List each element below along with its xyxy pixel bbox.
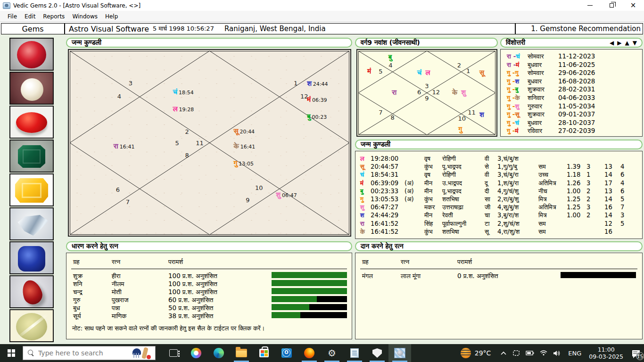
- value-4: 4: [620, 180, 624, 187]
- ruby-gem-icon: [17, 41, 46, 68]
- chart-planet: के: [452, 88, 457, 97]
- wear-gems-panel-title[interactable]: धारण करने हेतु रत्न: [66, 241, 352, 251]
- value-3: 14: [604, 171, 612, 178]
- value-3: 12: [604, 220, 612, 227]
- dasha-prev-icon[interactable]: ◀: [610, 39, 614, 47]
- navamsa-panel-title[interactable]: वर्ग9 नवांश (जीवनसाथी): [355, 38, 498, 48]
- cricket-doodle-icon[interactable]: [132, 347, 153, 360]
- dasha-row[interactable]: रा -चंसोमवार11-12-2023: [501, 52, 642, 61]
- positions-panel-title[interactable]: जन्म कुण्डली: [355, 140, 643, 149]
- donate-gems-panel-title[interactable]: दान करने हेतु रत्न: [355, 241, 643, 251]
- header-bar: Gems Astro Visual Software 5 मार्च 1998 …: [0, 23, 644, 34]
- firefox-button[interactable]: [298, 344, 321, 362]
- dasha-down-icon[interactable]: ▼: [633, 39, 637, 47]
- house-number: 8: [185, 151, 189, 158]
- cats-eye-gem-button[interactable]: [9, 309, 54, 342]
- dasha-separator: -: [511, 52, 516, 60]
- vedic-gems-taskbar-button[interactable]: [388, 344, 411, 362]
- dasha-row[interactable]: गु -बुशुक्रवार28-02-2031: [501, 85, 642, 94]
- outlook-icon: [281, 348, 292, 358]
- edge-button[interactable]: [207, 344, 230, 362]
- task-view-button[interactable]: [162, 344, 185, 362]
- planet-abbr: बु: [388, 53, 392, 61]
- house-number: 6: [417, 89, 421, 96]
- diamond-gem-button[interactable]: [9, 207, 54, 240]
- menu-edit[interactable]: Edit: [21, 12, 39, 21]
- menu-windows[interactable]: Windows: [68, 12, 101, 21]
- house-number: 1: [466, 67, 470, 74]
- minimize-button[interactable]: [579, 0, 601, 11]
- dasha-separator: -: [510, 127, 515, 134]
- vedic-gems-icon: [394, 348, 405, 358]
- dasha-major-planet: गु: [507, 85, 510, 93]
- name-syllable: वी: [485, 171, 489, 179]
- search-input[interactable]: [38, 349, 114, 357]
- yellow-sapphire-gem-button[interactable]: [9, 173, 54, 206]
- language-indicator[interactable]: ENG: [565, 350, 584, 357]
- donate-header-advice: परामर्श: [457, 258, 472, 266]
- value-4: 4: [620, 163, 624, 170]
- dasha-next-icon[interactable]: ▶: [617, 39, 621, 47]
- report-title: 1. Gemstone Recommendation: [515, 23, 643, 34]
- menu-file[interactable]: File: [4, 12, 21, 21]
- restore-button[interactable]: [601, 0, 622, 11]
- ruby-gem-button[interactable]: [9, 38, 54, 71]
- close-button[interactable]: ×: [622, 0, 644, 11]
- chevron-up-icon[interactable]: [500, 351, 507, 355]
- donate-header-rule: [360, 269, 637, 269]
- red-coral-gem-button[interactable]: [9, 106, 54, 139]
- value-4: 5: [620, 220, 624, 227]
- dasha-row[interactable]: गु -शबुधवार16-08-2028: [501, 77, 642, 86]
- birth-chart-grid: [68, 49, 351, 236]
- dasha-row[interactable]: गु -सूशुक्रवार09-01-2037: [501, 110, 642, 119]
- emerald-gem-button[interactable]: [9, 140, 54, 173]
- notepad-button[interactable]: [343, 344, 366, 362]
- blue-sapphire-gem-button[interactable]: [9, 241, 54, 274]
- file-explorer-button[interactable]: [230, 344, 253, 362]
- dasha-major-planet: रा: [507, 61, 511, 68]
- menu-reports[interactable]: Reports: [39, 12, 68, 21]
- volume-icon[interactable]: [553, 350, 561, 356]
- notification-center-button[interactable]: 15: [628, 344, 644, 362]
- weather-widget[interactable]: 29°C: [456, 348, 496, 358]
- planet-abbr: मं: [360, 180, 363, 187]
- tablet-icon[interactable]: [512, 350, 520, 356]
- gem-advice: 100 प्र.श. अनुशंसित: [168, 272, 217, 280]
- house-number: 3: [129, 80, 132, 87]
- battery-icon[interactable]: [526, 350, 534, 356]
- dasha-pair: गु -के: [507, 94, 520, 102]
- dasha-row[interactable]: गु -चंबुधवार28-10-2037: [501, 119, 642, 127]
- start-button[interactable]: [0, 344, 23, 362]
- wifi-icon[interactable]: [540, 350, 547, 356]
- dasha-weekday: रविवार: [528, 127, 542, 135]
- dasha-row[interactable]: गु -केशनिवार04-06-2033: [501, 94, 642, 102]
- planet-degree: 24:44: [313, 81, 328, 87]
- pearl-gem-button[interactable]: [9, 72, 54, 105]
- name-syllable: सा: [485, 196, 490, 203]
- copilot-button[interactable]: [185, 344, 207, 362]
- settings-button[interactable]: ⚙: [321, 344, 343, 362]
- dasha-row[interactable]: गु -मंरविवार27-02-2039: [501, 127, 642, 135]
- outlook-button[interactable]: [275, 344, 298, 362]
- dasha-separator: -: [510, 69, 515, 76]
- gem-planet: मंगल: [362, 272, 373, 280]
- planet-degree: 13:05: [239, 161, 254, 167]
- defender-button[interactable]: [366, 344, 388, 362]
- clock[interactable]: 11:00 09-03-2025: [584, 346, 628, 360]
- menu-help[interactable]: Help: [101, 12, 122, 21]
- chart-planet: शु: [461, 88, 466, 97]
- vimshottari-panel-title[interactable]: विंशोत्तरी ◀ ▶ ▲ ▼: [500, 38, 643, 48]
- house-number: 3: [425, 82, 429, 90]
- dasha-row[interactable]: गु -शुगुरुवार11-05-2034: [501, 102, 642, 111]
- taskbar-search[interactable]: [23, 346, 156, 360]
- store-button[interactable]: [253, 344, 275, 362]
- birth-chart-panel-title[interactable]: जन्म कुण्डली: [66, 38, 352, 48]
- dasha-pair: गु -बु: [507, 85, 518, 93]
- dasha-row[interactable]: रा -मंबुधवार11-06-2025: [501, 61, 642, 69]
- hessonite-gem-button[interactable]: [9, 275, 54, 308]
- clock-date: 09-03-2025: [589, 353, 623, 360]
- dasha-row[interactable]: गु -गुसोमवार29-06-2026: [501, 69, 642, 77]
- hessonite-gem-icon: [19, 278, 45, 307]
- chart-planet: मं06:39: [307, 95, 327, 104]
- dasha-up-icon[interactable]: ▲: [625, 39, 629, 47]
